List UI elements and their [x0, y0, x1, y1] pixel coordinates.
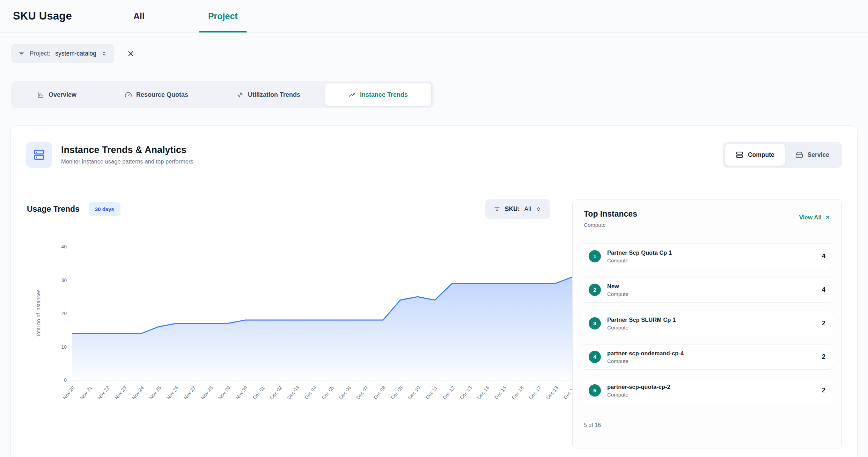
usage-trends-title: Usage Trends [27, 204, 80, 214]
chevron-up-down-icon [536, 206, 542, 212]
svg-text:Dec 06: Dec 06 [338, 385, 352, 400]
header-tab-all[interactable]: All [124, 0, 154, 32]
sku-filter-value: All [524, 205, 531, 213]
tab-label: Resource Quotas [136, 91, 188, 99]
instance-count: 4 [822, 253, 825, 260]
header-tabs: AllProject [124, 0, 247, 32]
gauge-icon [125, 91, 132, 99]
instance-row[interactable]: 4partner-scp-ondemand-cp-4Compute2 [581, 344, 833, 370]
svg-text:Dec 03: Dec 03 [286, 385, 300, 400]
view-all-label: View All [799, 214, 822, 221]
svg-text:Dec 16: Dec 16 [510, 385, 525, 400]
instance-count: 2 [822, 320, 825, 327]
svg-text:Nov 30: Nov 30 [234, 385, 249, 400]
svg-text:Total no of instances: Total no of instances [35, 290, 41, 338]
svg-text:Dec 10: Dec 10 [407, 385, 421, 400]
top-instances-subtitle: Compute [584, 222, 637, 228]
top-instances-panel: Top Instances Compute View All 1Partner … [572, 199, 842, 449]
sku-filter-label: SKU: [505, 205, 520, 213]
svg-text:Nov 25: Nov 25 [148, 385, 162, 400]
svg-text:Dec 02: Dec 02 [269, 385, 283, 400]
svg-text:Dec 11: Dec 11 [425, 385, 439, 400]
toggle-label: Compute [748, 151, 774, 159]
instance-type: Compute [607, 358, 684, 364]
instance-row[interactable]: 1Partner Scp Quota Cp 1Compute4 [581, 244, 833, 269]
svg-text:Nov 22: Nov 22 [96, 385, 110, 400]
instance-name: partner-scp-quota-cp-2 [607, 384, 670, 390]
rank-badge: 3 [589, 317, 601, 329]
instance-trends-card: Instance Trends & Analytics Monitor inst… [10, 125, 858, 457]
svg-text:Nov 28: Nov 28 [200, 385, 214, 400]
svg-text:Dec 14: Dec 14 [476, 385, 490, 400]
svg-text:Dec 13: Dec 13 [459, 385, 473, 400]
card-subtitle: Monitor instance usage patterns and top … [61, 158, 193, 165]
period-badge: 30 days [89, 202, 120, 216]
tab-overview[interactable]: Overview [14, 84, 100, 106]
page-title: SKU Usage [13, 10, 72, 22]
instance-count: 2 [822, 387, 825, 394]
svg-text:Nov 23: Nov 23 [113, 385, 128, 400]
svg-text:Dec 15: Dec 15 [493, 385, 508, 400]
svg-text:40: 40 [61, 244, 67, 249]
svg-text:10: 10 [61, 344, 67, 350]
tab-utilization-trends[interactable]: Utilization Trends [213, 84, 324, 106]
close-icon [127, 50, 135, 58]
filter-lines-icon [494, 206, 500, 212]
section-tabs: OverviewResource QuotasUtilization Trend… [11, 81, 434, 108]
tab-label: Instance Trends [360, 91, 408, 99]
project-filter-chip[interactable]: Project: system-catalog [11, 44, 114, 63]
svg-text:Dec 08: Dec 08 [373, 385, 387, 400]
rank-badge: 2 [589, 284, 601, 296]
svg-text:Dec 04: Dec 04 [303, 385, 318, 400]
chevron-up-down-icon [101, 51, 107, 57]
card-header: Instance Trends & Analytics Monitor inst… [26, 142, 842, 168]
clear-filter-button[interactable] [127, 50, 135, 58]
svg-text:Dec 05: Dec 05 [321, 385, 335, 400]
view-all-link[interactable]: View All [799, 214, 830, 221]
svg-text:Dec 17: Dec 17 [528, 385, 542, 400]
server-stack-icon [26, 142, 52, 168]
rank-badge: 4 [589, 351, 601, 363]
tab-instance-trends[interactable]: Instance Trends [325, 84, 431, 106]
instance-row[interactable]: 5partner-scp-quota-cp-2Compute2 [581, 378, 833, 403]
svg-text:Nov 27: Nov 27 [183, 385, 197, 400]
instance-name: Partner Scp SLURM Cp 1 [607, 317, 676, 323]
filter-lines-icon [18, 50, 25, 57]
sku-filter-dropdown[interactable]: SKU: All [485, 199, 550, 219]
toggle-compute[interactable]: Compute [725, 144, 785, 166]
usage-trends-chart-area: 010203040Total no of instancesNov 20Nov … [26, 240, 562, 423]
top-instances-title: Top Instances [584, 209, 637, 219]
toggle-label: Service [808, 151, 829, 159]
instance-row[interactable]: 3Partner Scp SLURM Cp 1Compute2 [581, 311, 833, 336]
tab-label: Utilization Trends [248, 91, 300, 99]
compute-service-toggle: ComputeService [723, 142, 842, 168]
instance-type: Compute [607, 392, 670, 398]
project-filter-label: Project: [30, 50, 50, 57]
toggle-service[interactable]: Service [785, 144, 840, 166]
instance-name: partner-scp-ondemand-cp-4 [607, 350, 684, 357]
header-tab-project[interactable]: Project [199, 0, 247, 32]
svg-text:Dec 18: Dec 18 [545, 385, 559, 400]
tab-resource-quotas[interactable]: Resource Quotas [101, 84, 212, 106]
svg-text:Dec 12: Dec 12 [441, 385, 456, 400]
instance-type: Compute [607, 325, 676, 331]
svg-text:Nov 26: Nov 26 [165, 385, 179, 400]
instance-type: Compute [607, 291, 628, 297]
rank-badge: 5 [589, 384, 601, 397]
activity-icon [236, 91, 244, 99]
trending-up-icon [348, 91, 356, 99]
instance-name: Partner Scp Quota Cp 1 [607, 249, 672, 256]
instance-name: New [607, 283, 628, 290]
instance-row[interactable]: 2NewCompute4 [581, 277, 833, 303]
svg-text:Dec 07: Dec 07 [355, 385, 369, 400]
svg-text:Nov 21: Nov 21 [79, 385, 93, 400]
tab-label: Overview [49, 91, 76, 99]
app-header: SKU Usage AllProject [0, 0, 868, 32]
rank-badge: 1 [589, 250, 601, 262]
usage-trends-section: Usage Trends 30 days SKU: All 010203040T… [26, 199, 562, 423]
svg-text:Dec 09: Dec 09 [390, 385, 404, 400]
instance-count: 4 [822, 286, 825, 293]
top-instances-count: 5 of 16 [581, 422, 833, 428]
usage-trends-chart: 010203040Total no of instancesNov 20Nov … [26, 240, 579, 423]
arrow-up-right-icon [824, 215, 830, 221]
